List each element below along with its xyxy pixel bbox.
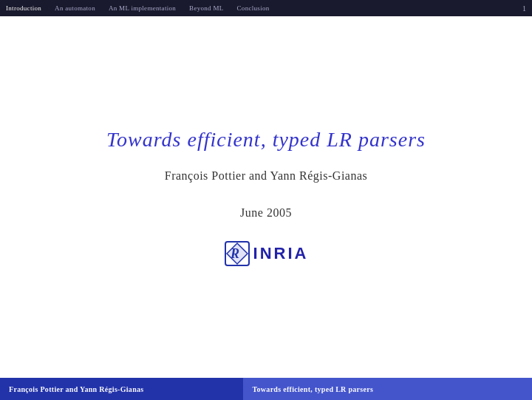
- svg-text:R: R: [230, 246, 239, 261]
- slide-title: Towards efficient, typed LR parsers: [106, 128, 426, 152]
- nav-item-conclusion[interactable]: Conclusion: [237, 4, 270, 12]
- footer-authors: François Pottier and Yann Régis-Gianas: [9, 385, 144, 393]
- nav-item-ml-impl[interactable]: An ML implementation: [109, 4, 176, 12]
- inria-logo-icon: R: [224, 240, 250, 267]
- inria-logo: R INRIA: [224, 240, 309, 267]
- nav-item-beyond-ml[interactable]: Beyond ML: [189, 4, 223, 12]
- slide-authors: François Pottier and Yann Régis-Gianas: [165, 169, 368, 183]
- inria-text: INRIA: [253, 244, 309, 263]
- nav-item-introduction[interactable]: Introduction: [6, 4, 41, 12]
- footer-left: François Pottier and Yann Régis-Gianas: [0, 378, 243, 400]
- slide-number: 1: [522, 4, 526, 13]
- slide-date: June 2005: [240, 206, 292, 220]
- footer-right: Towards efficient, typed LR parsers: [243, 378, 532, 400]
- top-navigation: Introduction An automaton An ML implemen…: [0, 0, 532, 16]
- footer-bar: François Pottier and Yann Régis-Gianas T…: [0, 378, 532, 400]
- footer-title: Towards efficient, typed LR parsers: [252, 385, 373, 393]
- slide-main-content: Towards efficient, typed LR parsers Fran…: [0, 16, 532, 378]
- nav-item-automaton[interactable]: An automaton: [55, 4, 95, 12]
